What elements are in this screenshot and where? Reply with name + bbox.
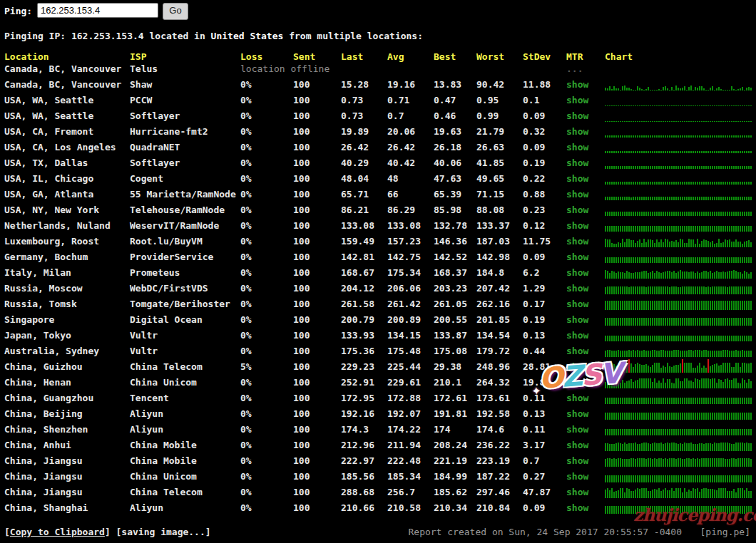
ping-bar bbox=[725, 226, 726, 232]
ping-bar bbox=[660, 491, 662, 498]
mtr-show-link[interactable]: show bbox=[566, 312, 588, 328]
mtr-show-link[interactable]: show bbox=[566, 281, 588, 296]
ping-bar bbox=[703, 444, 705, 451]
ping-bar bbox=[643, 336, 645, 341]
ping-bar bbox=[682, 351, 683, 358]
ping-bar bbox=[611, 243, 613, 247]
ping-bar bbox=[645, 166, 647, 169]
mtr-show-link[interactable]: show bbox=[566, 296, 588, 312]
mtr-show-link[interactable]: show bbox=[566, 140, 588, 155]
cell-sent: 100 bbox=[293, 485, 310, 500]
ping-bar bbox=[611, 166, 613, 169]
mtr-show-link[interactable]: show bbox=[566, 375, 588, 391]
mtr-show-link[interactable]: show bbox=[566, 391, 588, 406]
ping-bar bbox=[710, 287, 711, 295]
cell-loss: 0% bbox=[240, 108, 252, 124]
ping-bar bbox=[705, 413, 707, 420]
mtr-show-link[interactable]: show bbox=[566, 124, 588, 140]
ping-bar bbox=[658, 89, 660, 91]
mtr-show-link[interactable]: show bbox=[566, 438, 588, 453]
mtr-show-link[interactable]: show bbox=[566, 343, 588, 359]
ping-bar bbox=[697, 350, 698, 357]
ping-bar bbox=[705, 458, 707, 467]
latency-sparkline bbox=[605, 453, 753, 467]
mtr-show-link[interactable]: show bbox=[566, 328, 588, 343]
mtr-show-link[interactable]: show bbox=[566, 218, 588, 234]
ping-bar bbox=[716, 351, 717, 358]
ping-bar bbox=[737, 182, 739, 185]
mtr-show-link[interactable]: show bbox=[566, 171, 588, 187]
ping-bar bbox=[678, 242, 679, 248]
ping-bar bbox=[609, 475, 611, 482]
ping-bar bbox=[688, 350, 690, 357]
ping-bar bbox=[737, 257, 739, 263]
ping-bar bbox=[686, 413, 688, 420]
ping-bar bbox=[613, 318, 615, 326]
ping-bar bbox=[648, 166, 649, 169]
ping-bar bbox=[656, 226, 658, 232]
ping-bar bbox=[675, 240, 677, 247]
ping-bar bbox=[718, 413, 720, 420]
ping-bar bbox=[678, 398, 679, 404]
ping-bar bbox=[722, 121, 724, 123]
ping-bar bbox=[733, 506, 735, 514]
ping-bar bbox=[622, 301, 623, 310]
ping-bar bbox=[624, 166, 625, 169]
cell-stdev: 0.19 bbox=[523, 312, 545, 328]
mtr-show-link[interactable]: show bbox=[566, 249, 588, 265]
mtr-show-link[interactable]: show bbox=[566, 500, 588, 516]
ping-bar bbox=[710, 197, 711, 200]
ping-bar bbox=[716, 429, 717, 436]
mtr-show-link[interactable]: show bbox=[566, 469, 588, 485]
mtr-show-link[interactable]: show bbox=[566, 265, 588, 281]
mtr-show-link[interactable]: show bbox=[566, 485, 588, 500]
ping-ip-input[interactable] bbox=[37, 3, 158, 18]
ping-bar bbox=[622, 121, 623, 123]
ping-bar bbox=[611, 378, 613, 388]
cell-last: 19.89 bbox=[341, 124, 369, 140]
ping-bar bbox=[624, 492, 625, 499]
ping-bar bbox=[648, 87, 649, 90]
copy-to-clipboard-link[interactable]: Copy to Clipboard bbox=[10, 527, 105, 537]
ping-bar bbox=[618, 336, 619, 341]
latency-sparkline bbox=[605, 234, 753, 247]
ping-bar bbox=[658, 443, 660, 451]
mtr-show-link[interactable]: show bbox=[566, 77, 588, 93]
ping-bar bbox=[635, 364, 636, 373]
mtr-show-link[interactable]: show bbox=[566, 422, 588, 438]
ping-bar bbox=[699, 459, 700, 467]
mtr-show-link[interactable]: show bbox=[566, 453, 588, 469]
ping-bar bbox=[609, 318, 611, 326]
mtr-show-link[interactable]: show bbox=[566, 202, 588, 218]
ping-bar bbox=[682, 135, 683, 138]
ping-bar bbox=[708, 443, 709, 452]
ping-bar bbox=[729, 197, 730, 200]
ping-bar bbox=[609, 444, 611, 451]
ping-bar bbox=[633, 443, 634, 451]
mtr-show-link[interactable]: show bbox=[566, 155, 588, 171]
mtr-show-link[interactable]: show bbox=[566, 187, 588, 202]
ping-bar bbox=[639, 239, 640, 247]
ping-bar bbox=[605, 197, 606, 200]
go-button[interactable]: Go bbox=[163, 3, 188, 20]
ping-bar bbox=[690, 239, 692, 247]
mtr-show-link[interactable]: show bbox=[566, 359, 588, 375]
ping-bar bbox=[671, 443, 673, 451]
ping-bar bbox=[737, 398, 739, 404]
ping-bar bbox=[693, 382, 694, 388]
ping-bar bbox=[678, 257, 679, 263]
mtr-show-link[interactable]: show bbox=[566, 93, 588, 108]
mtr-show-link[interactable]: show bbox=[566, 234, 588, 249]
mtr-show-link[interactable]: show bbox=[566, 108, 588, 124]
ping-pe-link[interactable]: [ping.pe] bbox=[700, 524, 750, 540]
cell-stdev: 0.19 bbox=[523, 155, 545, 171]
ping-bar bbox=[652, 212, 653, 216]
cell-loss: 0% bbox=[240, 406, 252, 422]
mtr-show-link[interactable]: show bbox=[566, 406, 588, 422]
ping-bar bbox=[637, 212, 638, 216]
ping-bar bbox=[635, 151, 636, 153]
ping-bar bbox=[613, 272, 615, 279]
ping-bar bbox=[740, 88, 741, 90]
ping-bar bbox=[620, 429, 621, 436]
ping-bar bbox=[718, 226, 720, 232]
